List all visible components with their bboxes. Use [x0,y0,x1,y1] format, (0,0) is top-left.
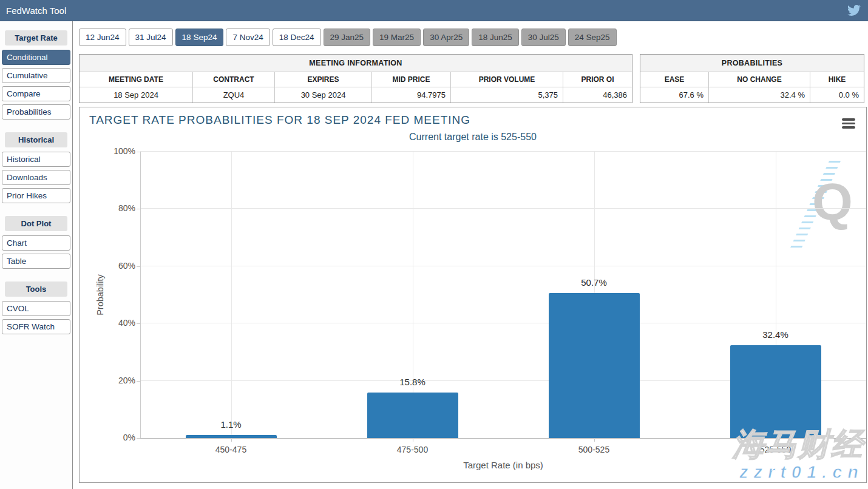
tab-7-nov24[interactable]: 7 Nov24 [226,29,270,46]
sidebar-item-table[interactable]: Table [2,254,70,269]
sidebar-item-cumulative[interactable]: Cumulative [2,68,70,83]
tab-12-jun24[interactable]: 12 Jun24 [79,29,126,46]
tab-18-jun25[interactable]: 18 Jun25 [472,29,519,46]
sidebar-item-probabilities[interactable]: Probabilities [2,104,70,120]
val-expires: 30 Sep 2024 [275,87,372,103]
sidebar-item-sofr-watch[interactable]: SOFR Watch [2,319,70,334]
chart-subtitle: Current target rate is 525-550 [80,132,866,143]
x-tick-label: 450-475 [189,445,274,454]
x-tick-mark [413,438,413,442]
gridline-y [140,323,866,323]
val-ease: 67.6 % [640,87,709,103]
x-tick-mark [776,438,776,442]
bar-value-label: 32.4% [739,329,812,340]
col-prior-volume: PRIOR VOLUME [451,72,563,87]
probabilities-title: PROBABILITIES [640,55,864,72]
sidebar-item-chart[interactable]: Chart [2,235,70,251]
y-tick-label: 60% [103,261,135,271]
twitter-icon[interactable] [847,4,861,17]
col-mid-price: MID PRICE [372,72,451,87]
chart-title: TARGET RATE PROBABILITIES FOR 18 SEP 202… [89,113,470,127]
val-meeting-date: 18 Sep 2024 [80,87,193,103]
target-rate-chart: TARGET RATE PROBABILITIES FOR 18 SEP 202… [79,107,867,483]
meeting-info-panel: MEETING INFORMATION MEETING DATE CONTRAC… [79,54,632,103]
tab-29-jan25[interactable]: 29 Jan25 [324,29,371,46]
tab-31-jul24[interactable]: 31 Jul24 [129,29,173,46]
x-tick-mark [231,438,232,442]
tab-30-apr25[interactable]: 30 Apr25 [423,29,469,46]
col-contract: CONTRACT [193,72,275,87]
bar-value-label: 15.8% [376,377,449,387]
sidebar-item-historical[interactable]: Historical [2,152,70,167]
bar-value-label: 1.1% [195,419,268,430]
tab-19-mar25[interactable]: 19 Mar25 [373,29,421,46]
val-contract: ZQU4 [193,87,275,103]
gridline-y [140,266,866,266]
val-hike: 0.0 % [810,87,864,103]
gridline-y [140,208,866,209]
meeting-tabs: 12 Jun24 31 Jul24 18 Sep24 7 Nov24 18 De… [79,29,867,46]
tab-18-sep24[interactable]: 18 Sep24 [175,29,224,46]
y-tick-label: 40% [103,318,135,328]
bar-value-label: 50.7% [558,277,631,288]
app-title: FedWatch Tool [6,5,66,16]
x-tick-mark [594,438,595,442]
y-axis-line [140,152,141,438]
col-meeting-date: MEETING DATE [80,72,193,87]
sidebar-header-tools: Tools [5,282,67,297]
sidebar: Target Rate Conditional Cumulative Compa… [0,21,73,489]
gridline-x [231,152,232,438]
x-tick-label: 475-500 [370,445,455,454]
y-tick-label: 100% [103,146,135,156]
bar-500-525[interactable] [549,293,640,438]
tab-18-dec24[interactable]: 18 Dec24 [273,29,321,46]
y-tick-mark [137,438,140,439]
col-no-change: NO CHANGE [709,72,810,87]
col-ease: EASE [640,72,709,87]
chart-menu-icon[interactable] [842,118,855,130]
main-content: 12 Jun24 31 Jul24 18 Sep24 7 Nov24 18 De… [73,21,868,489]
sidebar-item-cvol[interactable]: CVOL [2,301,70,316]
val-prior-volume: 5,375 [451,87,563,103]
bar-525-550[interactable] [730,345,821,438]
val-no-change: 32.4 % [709,87,810,103]
col-expires: EXPIRES [275,72,372,87]
tab-30-jul25[interactable]: 30 Jul25 [521,29,566,46]
sidebar-header-target-rate: Target Rate [5,30,67,46]
plot-area: 0%20%40%60%80%100%1.1%450-47515.8%475-50… [140,152,866,438]
tab-24-sep25[interactable]: 24 Sep25 [568,29,617,46]
bar-475-500[interactable] [367,393,458,438]
col-prior-oi: PRIOR OI [563,72,632,87]
y-tick-label: 20% [103,376,135,385]
x-tick-label: 500-525 [552,445,637,454]
sidebar-header-historical: Historical [5,132,67,147]
val-mid-price: 94.7975 [372,87,451,103]
gridline-y [140,151,866,152]
y-axis-title: Probability [95,152,105,438]
sidebar-item-conditional[interactable]: Conditional [2,50,70,65]
y-tick-label: 80% [103,203,135,213]
meeting-info-title: MEETING INFORMATION [80,55,632,72]
x-axis-title: Target Rate (in bps) [140,460,866,470]
probabilities-panel: PROBABILITIES EASE NO CHANGE HIKE 67.6 %… [640,54,864,103]
val-prior-oi: 46,386 [563,87,632,103]
x-tick-label: 525-550 [733,445,818,454]
sidebar-item-downloads[interactable]: Downloads [2,170,70,185]
sidebar-header-dot-plot: Dot Plot [5,216,67,231]
col-hike: HIKE [810,72,864,87]
y-tick-label: 0% [103,433,135,442]
sidebar-item-prior-hikes[interactable]: Prior Hikes [2,188,70,203]
app-header: FedWatch Tool [0,0,868,21]
gridline-y [140,438,866,439]
sidebar-item-compare[interactable]: Compare [2,86,70,101]
